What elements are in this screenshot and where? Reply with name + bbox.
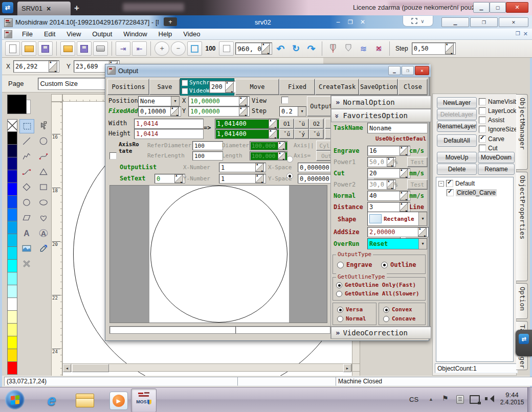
palette-swatch[interactable] bbox=[7, 196, 17, 209]
cut-checkbox[interactable] bbox=[479, 145, 486, 152]
tool-circle-icon[interactable] bbox=[36, 134, 50, 148]
videowindow-checkbox[interactable] bbox=[182, 88, 188, 94]
ie-taskbar-icon[interactable]: e bbox=[42, 391, 61, 410]
move-up-button[interactable]: MoveUp bbox=[437, 152, 477, 163]
y-number-spinner[interactable] bbox=[255, 174, 264, 183]
x-number-input[interactable]: 1 bbox=[219, 163, 266, 172]
power2-spinner[interactable] bbox=[387, 180, 394, 189]
current-color-swatch[interactable] bbox=[7, 95, 27, 114]
tree-collapse-icon[interactable]: − bbox=[438, 181, 444, 187]
engrave-radio[interactable] bbox=[337, 262, 344, 268]
length-spinner[interactable] bbox=[278, 152, 285, 160]
inner-close-button[interactable]: ✕ bbox=[499, 17, 528, 27]
diameter-spinner[interactable] bbox=[278, 142, 285, 150]
dialog-maximize-button[interactable]: ❐ bbox=[402, 66, 414, 75]
save-option-button[interactable]: SaveOption bbox=[359, 79, 398, 95]
tree-item-row[interactable]: Circle0_Carve bbox=[447, 189, 513, 196]
menu-item-edit[interactable]: Edit bbox=[38, 29, 61, 39]
palette-swatch[interactable] bbox=[7, 260, 17, 272]
save-as-button[interactable] bbox=[77, 41, 92, 56]
hscroll-thumb[interactable] bbox=[72, 364, 109, 372]
tool-image-icon[interactable] bbox=[19, 242, 33, 255]
o2-button[interactable]: O2 bbox=[309, 119, 324, 129]
mdi-close-icon[interactable]: ✕ bbox=[523, 31, 528, 37]
default-all-button[interactable]: DefaultAll bbox=[437, 134, 477, 147]
tool-delete-icon[interactable] bbox=[19, 257, 33, 270]
tool-line-icon[interactable] bbox=[19, 134, 33, 148]
shape-select[interactable]: Rectangle ▼ bbox=[367, 212, 427, 226]
ignore-size-checkbox[interactable] bbox=[479, 126, 486, 133]
width-out-spinner[interactable] bbox=[269, 119, 277, 128]
carve-checkbox[interactable] bbox=[479, 135, 486, 143]
laser-head1-icon[interactable] bbox=[326, 42, 340, 55]
tab-close-icon[interactable]: × bbox=[47, 5, 51, 13]
mdi-restore-icon[interactable]: ❐ bbox=[516, 31, 520, 37]
delete-button[interactable]: Delete bbox=[437, 164, 477, 175]
outline-all-radio[interactable] bbox=[336, 291, 342, 297]
versa-radio[interactable] bbox=[337, 307, 343, 313]
tool-text-icon[interactable]: A bbox=[19, 226, 33, 240]
move-down-button[interactable]: MoveDown bbox=[478, 152, 515, 163]
cut-spinner[interactable] bbox=[400, 169, 408, 178]
size-input[interactable]: 960, 0 bbox=[235, 42, 272, 55]
positions-button[interactable]: Positions bbox=[107, 79, 149, 95]
import-button[interactable] bbox=[60, 41, 75, 56]
cut-check[interactable]: Cut bbox=[479, 145, 498, 152]
rename-button[interactable]: Rename bbox=[478, 164, 515, 175]
fixed-button[interactable]: Fixed bbox=[279, 79, 315, 95]
session-tab[interactable]: SRV01 × bbox=[17, 2, 71, 15]
palette-swatch[interactable] bbox=[7, 170, 17, 183]
palette-swatch[interactable] bbox=[7, 221, 17, 234]
tool-rectangle-icon[interactable] bbox=[36, 180, 50, 194]
palette-swatch[interactable] bbox=[7, 311, 17, 324]
palette-swatch[interactable] bbox=[7, 183, 17, 196]
set-text-spinner[interactable] bbox=[174, 174, 183, 183]
menu-item-file[interactable]: File bbox=[16, 29, 38, 39]
dropdown-arrow-icon[interactable]: ▼ bbox=[171, 97, 179, 106]
synchrono-checkbox[interactable] bbox=[182, 80, 188, 86]
dropdown-arrow-icon[interactable]: ▼ bbox=[418, 239, 427, 249]
canvas-hscrollbar[interactable]: ◄ ► bbox=[62, 363, 352, 372]
zoom-rect-button[interactable] bbox=[187, 41, 202, 56]
tree-root-label[interactable]: Default bbox=[455, 180, 475, 187]
menu-item-window[interactable]: Window bbox=[118, 29, 152, 39]
pin-button[interactable]: + bbox=[164, 17, 177, 26]
axis-rotate-checkbox[interactable] bbox=[109, 152, 117, 159]
tree-root-row[interactable]: − Default bbox=[438, 180, 513, 187]
remote-close-icon[interactable]: ✕ bbox=[358, 18, 367, 26]
width-input[interactable]: 1,0414 bbox=[134, 119, 204, 129]
menu-item-help[interactable]: Help bbox=[153, 29, 178, 39]
y-number-input[interactable]: 1 bbox=[219, 174, 266, 184]
menu-item-output[interactable]: Output bbox=[86, 29, 118, 39]
o1-button[interactable]: O1 bbox=[279, 119, 294, 129]
tool-polyline-icon[interactable] bbox=[19, 150, 33, 163]
remote-minimize-icon[interactable]: – bbox=[334, 18, 343, 26]
pos-y-spinner[interactable] bbox=[239, 107, 248, 116]
refer-diameter-input[interactable]: 100 bbox=[192, 141, 223, 150]
cut-input[interactable]: 20 bbox=[367, 168, 410, 178]
concave-radio[interactable] bbox=[383, 316, 389, 322]
normal-option-header[interactable]: »NormalOption bbox=[331, 96, 431, 109]
engrave-input[interactable]: 16 bbox=[367, 146, 410, 156]
remote-restore-icon[interactable]: ❐ bbox=[346, 18, 355, 26]
tool-ellipse-icon[interactable] bbox=[36, 196, 50, 209]
tool-node-edit-icon[interactable] bbox=[36, 119, 50, 132]
palette-swatch[interactable] bbox=[7, 298, 17, 311]
tray-app-icon[interactable] bbox=[456, 395, 464, 404]
video-correction-header[interactable]: »VideoCorrection bbox=[331, 327, 431, 339]
side-tab-option[interactable]: Option bbox=[516, 283, 528, 319]
dialog-title-bar[interactable]: Output ▁ ❐ ✕ bbox=[105, 64, 431, 77]
palette-swatch[interactable] bbox=[7, 285, 17, 298]
palette-swatch-none[interactable] bbox=[7, 119, 17, 132]
palette-swatch[interactable] bbox=[7, 362, 17, 375]
tree-item-label[interactable]: Circle0_Carve bbox=[456, 189, 497, 196]
power2-test-button[interactable]: Test bbox=[407, 179, 428, 190]
zoom-page-button[interactable] bbox=[219, 41, 234, 56]
output-preview[interactable] bbox=[109, 185, 327, 323]
chevron-down-icon[interactable]: ∨ bbox=[420, 18, 424, 24]
export-button[interactable]: ⇥ bbox=[116, 41, 130, 56]
size-spinner[interactable] bbox=[261, 43, 270, 54]
side-tab-objectproperties[interactable]: ObjectProperties bbox=[516, 172, 528, 281]
name-visible-checkbox[interactable] bbox=[479, 98, 486, 105]
delete-layer-button[interactable]: DeleteLayer bbox=[437, 109, 477, 120]
